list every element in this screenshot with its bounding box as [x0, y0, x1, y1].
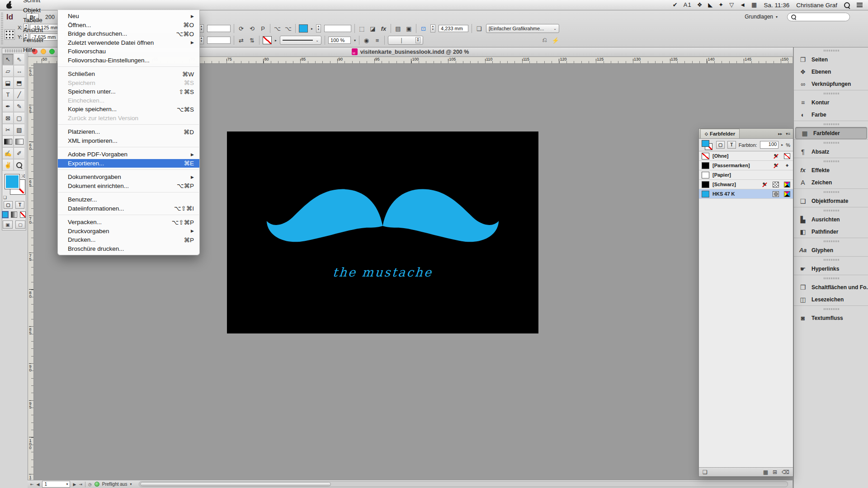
zoom-tool[interactable]: [14, 159, 25, 171]
gap-tool[interactable]: ↔: [14, 65, 25, 77]
brand-text[interactable]: the mustache: [226, 265, 539, 279]
object-style-icon[interactable]: ❑: [475, 25, 483, 33]
wifi-icon[interactable]: ▽: [729, 0, 734, 10]
bluetooth-icon[interactable]: ✦: [718, 0, 723, 10]
dock-group-grip[interactable]: [794, 275, 868, 281]
apply-color-button[interactable]: [2, 211, 8, 218]
previous-page-button[interactable]: ◀: [37, 482, 40, 487]
file-menu-item-platzieren[interactable]: Platzieren...⌘D: [58, 127, 199, 136]
dock-item-farbe[interactable]: ◐Farbe: [794, 108, 868, 121]
file-menu-item-benutzer[interactable]: Benutzer...: [58, 195, 199, 204]
file-menu-item-xml-importieren[interactable]: XML importieren...: [58, 136, 199, 145]
file-menu-item-foliovorschau[interactable]: Foliovorschau: [58, 47, 199, 56]
formatting-text-button[interactable]: T: [15, 201, 24, 209]
first-page-button[interactable]: ⇤: [30, 482, 34, 487]
panel-menu-icon[interactable]: ▾≡: [786, 131, 790, 136]
menubar-item-fenster[interactable]: Fenster: [18, 35, 57, 45]
dock-group-grip[interactable]: [794, 188, 868, 195]
swatch-row-ohne[interactable]: [Ohne]✎: [699, 151, 793, 161]
apple-menu-icon[interactable]: [6, 1, 13, 9]
adobe-a1-icon[interactable]: A 1: [684, 0, 691, 10]
dock-group-grip[interactable]: [794, 47, 868, 53]
selection-tool[interactable]: ↖: [2, 53, 14, 65]
dock-item-zeichen[interactable]: AZeichen: [794, 176, 868, 188]
google-drive-icon[interactable]: ◣: [708, 0, 712, 10]
wrap-none-icon[interactable]: ▤: [394, 25, 402, 33]
fill-arrow-icon[interactable]: ▸: [311, 27, 313, 31]
eyedropper-tool[interactable]: ✐: [14, 147, 25, 159]
dock-item-seiten[interactable]: ❐Seiten: [794, 53, 868, 66]
dock-group-grip[interactable]: [794, 90, 868, 96]
free-transform-tool[interactable]: ▧: [14, 124, 25, 136]
file-menu-item-drucken[interactable]: Drucken...⌘P: [58, 235, 199, 244]
dock-item-kontur[interactable]: ≡Kontur: [794, 96, 868, 108]
swatch-row-hks-47-k[interactable]: HKS 47 K: [699, 189, 793, 199]
dock-item-glyphen[interactable]: AaGlyphen: [794, 244, 868, 256]
file-menu-item-adobe-pdf-vorgaben[interactable]: Adobe PDF-Vorgaben▶: [58, 150, 199, 159]
scissors-tool[interactable]: ✂: [2, 124, 14, 136]
file-menu-item-schlie-en[interactable]: Schließen⌘W: [58, 70, 199, 79]
drop-shadow-icon[interactable]: ◪: [369, 25, 377, 33]
menubar-item-tabelle[interactable]: Tabelle: [18, 15, 57, 25]
opacity-arrow-icon[interactable]: ▾: [354, 38, 356, 42]
dock-item-textumfluss[interactable]: ◙Textumfluss: [794, 312, 868, 324]
mini-fill-stroke-proxy[interactable]: [702, 140, 713, 150]
neues-farbfeld-icon[interactable]: ⊞: [773, 469, 777, 475]
file-menu-item-speichern-unter[interactable]: Speichern unter...⇧⌘S: [58, 87, 199, 96]
type-tool[interactable]: T: [2, 89, 14, 100]
volume-icon[interactable]: ◄: [740, 0, 745, 10]
normal-view-button[interactable]: ▣: [3, 221, 13, 229]
gap-value-field[interactable]: 4,233 mm: [439, 25, 468, 32]
mustache-graphic[interactable]: [260, 172, 505, 258]
ruler-corner[interactable]: [28, 56, 34, 64]
file-menu-item-dokument-einrichten[interactable]: Dokument einrichten...⌥⌘P: [58, 182, 199, 191]
rotate-cw-icon[interactable]: ⟳: [237, 25, 245, 33]
direct-selection-tool[interactable]: ⇖: [14, 53, 25, 65]
stroke-type-dropdown[interactable]: ⌄: [280, 36, 321, 45]
reference-point-grid[interactable]: [5, 29, 15, 40]
dock-group-grip[interactable]: [794, 238, 868, 244]
formatting-container-button[interactable]: ▢: [4, 201, 13, 209]
stroke-weight-stepper[interactable]: ▲▼: [316, 24, 321, 33]
fill-proxy-swatch[interactable]: [5, 174, 19, 189]
file-menu-item-zuletzt-verwendete-datei-ffnen[interactable]: Zuletzt verwendete Datei öffnen▶: [58, 38, 199, 47]
dock-item-schaltfl-chen-und-fo[interactable]: ❒Schaltflächen und Fo...: [794, 281, 868, 293]
flip-vertical-icon[interactable]: ⇅: [248, 37, 256, 44]
select-content-icon[interactable]: ⌥: [284, 25, 292, 33]
swap-fill-stroke-icon[interactable]: ⤨: [21, 174, 25, 179]
shear-field[interactable]: [207, 37, 231, 44]
gradient-tool[interactable]: [2, 136, 14, 147]
dock-item-hyperlinks[interactable]: ☛Hyperlinks: [794, 263, 868, 275]
task-check-icon[interactable]: ✔: [673, 0, 678, 10]
farbfeldansicht-icon[interactable]: ❏: [703, 469, 708, 475]
page-tool[interactable]: ▱: [2, 65, 14, 77]
frame-fitting-icon[interactable]: ⊡: [420, 25, 427, 33]
gradient-feather-tool[interactable]: [14, 136, 25, 147]
file-menu-item-bridge-durchsuchen[interactable]: Bridge durchsuchen...⌥⌘O: [58, 29, 199, 38]
preflight-label[interactable]: Preflight aus: [102, 482, 127, 487]
redo-panel-icon[interactable]: ⎌: [541, 37, 548, 44]
file-menu-item-brosch-re-drucken[interactable]: Broschüre drucken...: [58, 244, 199, 253]
corner-options-icon[interactable]: ⬚: [358, 25, 366, 33]
last-page-button[interactable]: ⇥: [79, 482, 82, 487]
menubar-item-schrift[interactable]: Schrift: [18, 0, 57, 5]
menubar-clock[interactable]: Sa. 11:36: [764, 2, 789, 9]
stroke-weight-field[interactable]: [324, 25, 351, 32]
dock-item-ebenen[interactable]: ❖Ebenen: [794, 66, 868, 78]
dock-item-effekte[interactable]: fxEffekte: [794, 164, 868, 176]
clear-transformations-icon[interactable]: P: [259, 25, 267, 33]
preview-view-button[interactable]: ▢: [15, 221, 25, 229]
file-menu-item-dateiinformationen[interactable]: Dateiinformationen...⌥⇧⌘I: [58, 204, 199, 213]
horizontal-scrollbar[interactable]: [139, 481, 788, 487]
effects-fx-icon[interactable]: fx: [380, 25, 387, 33]
content-placer-tool[interactable]: ⬒: [14, 77, 25, 89]
file-menu-item-foliovorschau-einstellungen[interactable]: Foliovorschau-Einstellungen...: [58, 56, 199, 65]
swatches-tab[interactable]: ◇ Farbfelder: [700, 129, 740, 138]
tint-arrow-icon[interactable]: ▸: [781, 143, 783, 147]
dock-item-objektformate[interactable]: ❑Objektformate: [794, 195, 868, 207]
fill-color-swatch[interactable]: [299, 24, 308, 33]
swatch-row-schwarz[interactable]: [Schwarz]✎: [699, 180, 793, 189]
file-menu-item-verpacken[interactable]: Verpacken...⌥⇧⌘P: [58, 218, 199, 227]
frame-tool[interactable]: ⊠: [2, 112, 14, 124]
stroke-align-dropdown[interactable]: │ ▲▼: [388, 36, 423, 45]
